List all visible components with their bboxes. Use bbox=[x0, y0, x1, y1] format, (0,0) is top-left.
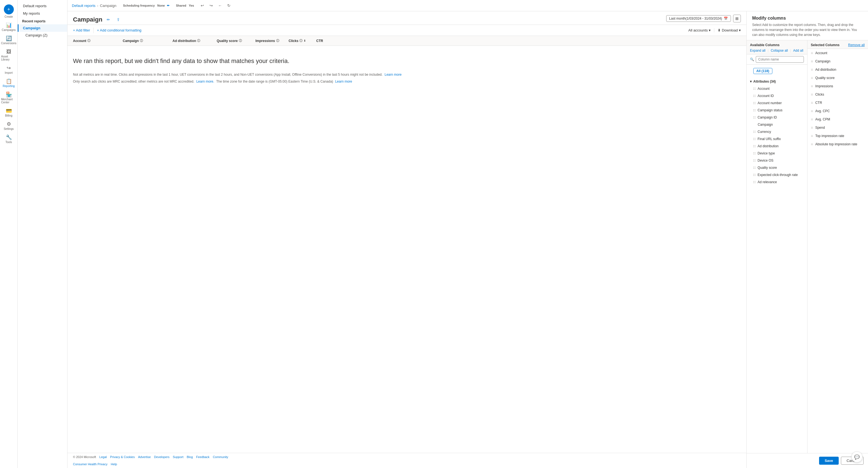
footer-link-legal[interactable]: Legal bbox=[99, 455, 107, 459]
back-button[interactable]: ← bbox=[216, 2, 224, 9]
footer-link-feedback[interactable]: Feedback bbox=[196, 455, 210, 459]
drag-handle-top-impression[interactable]: ≡ bbox=[811, 134, 813, 138]
column-search-input[interactable] bbox=[756, 56, 804, 63]
col-item-ad-relevance[interactable]: Ad relevance bbox=[747, 178, 807, 186]
nav-my-reports[interactable]: My reports bbox=[18, 10, 67, 17]
selected-item-avg-cpc[interactable]: ≡ Avg. CPC bbox=[807, 107, 868, 115]
selected-item-abs-top-impression[interactable]: ≡ Absolute top impression rate bbox=[807, 140, 868, 148]
sidebar-item-create[interactable]: + Create bbox=[0, 2, 18, 21]
nav-default-reports[interactable]: Default reports bbox=[18, 2, 67, 10]
footer-link-consumer-health[interactable]: Consumer Health Privacy bbox=[73, 463, 107, 466]
drag-handle-ad-distribution[interactable]: ≡ bbox=[811, 67, 813, 72]
sidebar-item-settings[interactable]: ⚙ Settings bbox=[0, 119, 18, 133]
drag-handle-clicks[interactable]: ≡ bbox=[811, 92, 813, 97]
sidebar-item-campaigns[interactable]: 📊 Campaigns bbox=[0, 21, 18, 34]
selected-item-ad-distribution[interactable]: ≡ Ad distribution bbox=[807, 65, 868, 74]
footer-link-developers[interactable]: Developers bbox=[154, 455, 169, 459]
drag-handle-impressions[interactable]: ≡ bbox=[811, 84, 813, 89]
th-ctr[interactable]: CTR bbox=[316, 36, 338, 45]
drag-handle-abs-top-impression[interactable]: ≡ bbox=[811, 142, 813, 146]
selected-item-quality-score[interactable]: ≡ Quality score bbox=[807, 74, 868, 82]
add-conditional-formatting-button[interactable]: + Add conditional formatting bbox=[97, 27, 142, 33]
selected-item-campaign[interactable]: ≡ Campaign bbox=[807, 57, 868, 65]
th-clicks[interactable]: Clicks ⓘ ⬇ bbox=[288, 36, 316, 45]
col-item-final-url[interactable]: Final URL suffix bbox=[747, 135, 807, 142]
expand-all-link[interactable]: Expand all bbox=[750, 48, 766, 53]
all-badge[interactable]: All (118) bbox=[753, 68, 772, 74]
footer-link-help[interactable]: Help bbox=[111, 463, 117, 466]
col-item-account-id[interactable]: Account ID bbox=[747, 92, 807, 99]
col-item-expected-ctr[interactable]: Expected click-through rate bbox=[747, 171, 807, 178]
selected-item-avg-cpm[interactable]: ≡ Avg. CPM bbox=[807, 115, 868, 124]
drag-handle-account[interactable]: ≡ bbox=[811, 51, 813, 55]
sidebar-item-billing[interactable]: 💳 Billing bbox=[0, 106, 18, 119]
breadcrumb-parent[interactable]: Default reports bbox=[72, 4, 95, 8]
th-impressions-info-icon[interactable]: ⓘ bbox=[276, 39, 279, 43]
drag-handle-ctr[interactable]: ≡ bbox=[811, 101, 813, 105]
report-edit-button[interactable]: ✏ bbox=[104, 16, 112, 24]
col-item-account-number[interactable]: Account number bbox=[747, 99, 807, 107]
drag-handle-quality-score[interactable]: ≡ bbox=[811, 76, 813, 80]
add-all-link[interactable]: Add all bbox=[793, 48, 803, 53]
sidebar-item-merchant[interactable]: 🏪 Merchant Center bbox=[0, 90, 18, 106]
th-clicks-info-icon[interactable]: ⓘ bbox=[299, 39, 302, 43]
footer-link-blog[interactable]: Blog bbox=[187, 455, 193, 459]
col-item-quality-score[interactable]: Quality score bbox=[747, 164, 807, 171]
footer-link-advertise[interactable]: Advertise bbox=[138, 455, 151, 459]
report-share-button[interactable]: ⇪ bbox=[115, 16, 122, 24]
col-item-device-os[interactable]: Device OS bbox=[747, 157, 807, 164]
col-item-campaign[interactable]: Campaign bbox=[747, 121, 807, 128]
th-ad-distribution[interactable]: Ad distribution ⓘ bbox=[173, 36, 217, 45]
download-button[interactable]: ⬇ Download ▾ bbox=[714, 28, 741, 32]
footer-link-support[interactable]: Support bbox=[173, 455, 184, 459]
sidebar-item-import[interactable]: ↪ Import bbox=[0, 63, 18, 76]
learn-more-link-1[interactable]: Learn more bbox=[384, 73, 401, 76]
learn-more-link-2[interactable]: Learn more. bbox=[196, 79, 214, 83]
col-item-ad-distribution[interactable]: Ad distribution bbox=[747, 142, 807, 150]
all-accounts-dropdown[interactable]: All accounts ▾ bbox=[688, 28, 711, 32]
footer-link-community[interactable]: Community bbox=[213, 455, 228, 459]
sidebar-item-asset-library[interactable]: 🖼 Asset Library bbox=[0, 47, 18, 63]
selected-item-spend[interactable]: ≡ Spend bbox=[807, 124, 868, 132]
col-item-currency[interactable]: Currency bbox=[747, 128, 807, 135]
undo-button[interactable]: ↩ bbox=[198, 2, 206, 9]
nav-recent-campaign[interactable]: Campaign bbox=[18, 24, 67, 32]
col-item-campaign-id[interactable]: Campaign ID bbox=[747, 114, 807, 121]
selected-item-impressions[interactable]: ≡ Impressions bbox=[807, 82, 868, 90]
scheduling-edit-icon[interactable]: ✏ bbox=[167, 4, 169, 7]
date-picker[interactable]: Last month(1/03/2024 - 31/03/2024) 📅 bbox=[666, 15, 731, 22]
sidebar-item-reporting[interactable]: 📋 Reporting bbox=[0, 76, 18, 90]
col-item-account[interactable]: Account bbox=[747, 85, 807, 92]
th-quality-score[interactable]: Quality score ⓘ bbox=[217, 36, 255, 45]
th-quality-info-icon[interactable]: ⓘ bbox=[239, 39, 242, 43]
selected-item-ctr[interactable]: ≡ CTR bbox=[807, 99, 868, 107]
remove-all-link[interactable]: Remove all bbox=[848, 43, 865, 47]
feedback-icon-button[interactable]: 💬 bbox=[851, 452, 863, 463]
drag-handle-campaign[interactable]: ≡ bbox=[811, 59, 813, 64]
col-group-attributes[interactable]: ▾ Attributes (34) bbox=[747, 77, 807, 85]
th-account-info-icon[interactable]: ⓘ bbox=[87, 39, 90, 43]
th-ad-dist-info-icon[interactable]: ⓘ bbox=[197, 39, 200, 43]
selected-item-account[interactable]: ≡ Account bbox=[807, 49, 868, 57]
th-campaign-info-icon[interactable]: ⓘ bbox=[140, 39, 143, 43]
collapse-all-link[interactable]: Collapse all bbox=[771, 48, 788, 53]
drag-handle-avg-cpc[interactable]: ≡ bbox=[811, 109, 813, 113]
footer-link-privacy[interactable]: Privacy & Cookies bbox=[110, 455, 135, 459]
col-item-device-type[interactable]: Device type bbox=[747, 150, 807, 157]
nav-recent-campaign-z[interactable]: Campaign (Z) bbox=[18, 32, 67, 39]
th-impressions[interactable]: Impressions ⓘ bbox=[255, 36, 288, 45]
selected-item-top-impression[interactable]: ≡ Top impression rate bbox=[807, 132, 868, 140]
th-account[interactable]: Account ⓘ bbox=[73, 36, 123, 45]
drag-handle-spend[interactable]: ≡ bbox=[811, 126, 813, 130]
add-filter-button[interactable]: + Add filter bbox=[73, 27, 90, 33]
th-campaign[interactable]: Campaign ⓘ bbox=[123, 36, 173, 45]
selected-item-clicks[interactable]: ≡ Clicks bbox=[807, 90, 868, 99]
redo-button[interactable]: ↪ bbox=[207, 2, 215, 9]
columns-button[interactable]: ⊞ bbox=[733, 14, 741, 22]
drag-handle-avg-cpm[interactable]: ≡ bbox=[811, 117, 813, 122]
col-item-campaign-status[interactable]: Campaign status bbox=[747, 107, 807, 114]
save-button[interactable]: Save bbox=[819, 457, 838, 465]
refresh-button[interactable]: ↻ bbox=[225, 2, 233, 9]
sidebar-item-conversions[interactable]: 🔄 Conversions bbox=[0, 34, 18, 47]
learn-more-link-3[interactable]: Learn more bbox=[335, 79, 352, 83]
